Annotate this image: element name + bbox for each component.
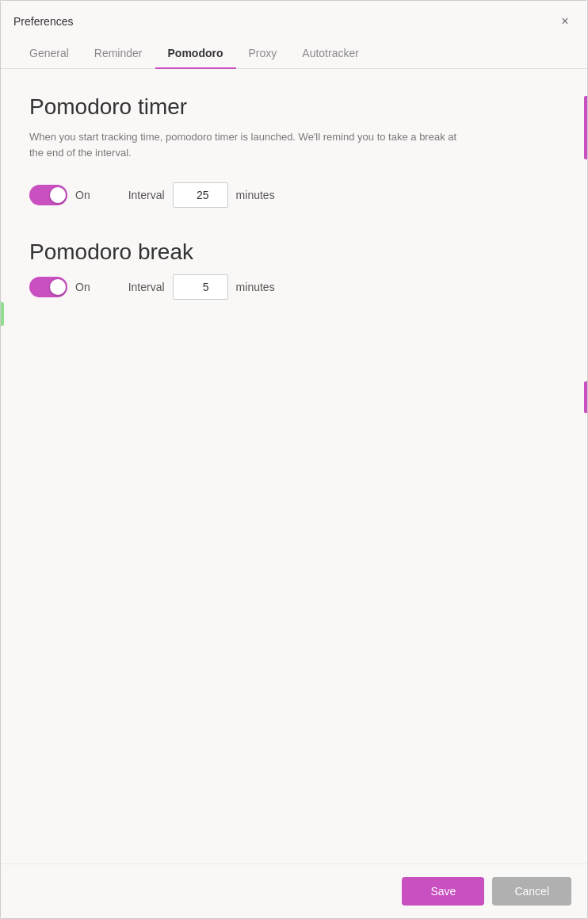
content-area: Pomodoro timer When you start tracking t… xyxy=(1,69,587,863)
pomodoro-timer-minutes-label: minutes xyxy=(236,189,275,201)
save-button[interactable]: Save xyxy=(402,877,484,906)
pomodoro-break-minutes-label: minutes xyxy=(236,281,275,293)
pomodoro-break-toggle-label: On xyxy=(75,281,90,293)
dialog-title: Preferences xyxy=(13,15,73,28)
dialog-footer: Save Cancel xyxy=(1,863,587,918)
toggle-slider-break xyxy=(29,277,67,297)
pomodoro-break-toggle-container: On xyxy=(29,277,90,297)
pomodoro-timer-toggle-label: On xyxy=(75,189,90,201)
pomodoro-timer-title: Pomodoro timer xyxy=(29,94,559,120)
cancel-button[interactable]: Cancel xyxy=(492,877,571,906)
accent-bar-left-1 xyxy=(1,302,4,326)
tab-reminder[interactable]: Reminder xyxy=(82,39,155,69)
pomodoro-break-title: Pomodoro break xyxy=(29,239,559,265)
pomodoro-break-row: On Interval minutes xyxy=(29,274,559,300)
pomodoro-timer-toggle[interactable] xyxy=(29,185,67,205)
pomodoro-break-interval-group: Interval minutes xyxy=(128,274,275,300)
pomodoro-timer-interval-group: Interval minutes xyxy=(128,182,275,208)
pomodoro-break-interval-label: Interval xyxy=(128,281,165,293)
pomodoro-timer-toggle-container: On xyxy=(29,185,90,205)
tab-autotracker[interactable]: Autotracker xyxy=(289,39,372,69)
pomodoro-timer-row: On Interval minutes xyxy=(29,182,559,208)
tabs-bar: General Reminder Pomodoro Proxy Autotrac… xyxy=(1,39,587,69)
preferences-dialog: Preferences × General Reminder Pomodoro … xyxy=(0,0,588,919)
pomodoro-break-toggle[interactable] xyxy=(29,277,67,297)
tab-general[interactable]: General xyxy=(17,39,82,69)
pomodoro-timer-description: When you start tracking time, pomodoro t… xyxy=(29,129,473,160)
tab-pomodoro[interactable]: Pomodoro xyxy=(155,39,236,69)
pomodoro-timer-interval-input[interactable] xyxy=(173,182,228,208)
accent-bar-right-1 xyxy=(584,96,587,159)
pomodoro-break-interval-input[interactable] xyxy=(173,274,228,300)
close-button[interactable]: × xyxy=(556,12,575,31)
accent-bar-right-2 xyxy=(584,381,587,413)
dialog-titlebar: Preferences × xyxy=(1,1,587,39)
tab-proxy[interactable]: Proxy xyxy=(236,39,290,69)
toggle-slider xyxy=(29,185,67,205)
pomodoro-timer-interval-label: Interval xyxy=(128,189,165,201)
